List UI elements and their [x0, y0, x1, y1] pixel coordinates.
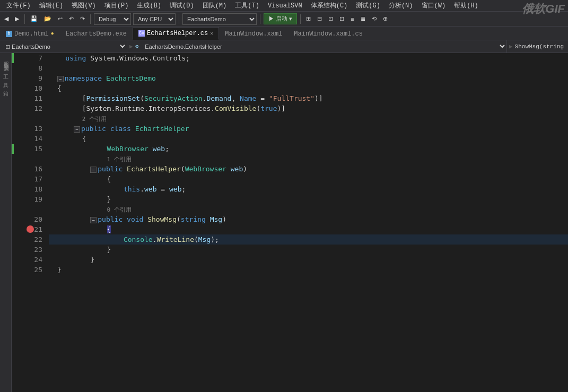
line-number [12, 154, 47, 164]
toolbar-extra-4[interactable]: ⊡ [337, 14, 346, 23]
line-number: 15 [12, 144, 47, 154]
start-button[interactable]: ▶ 启动 ▾ [264, 13, 297, 24]
debug-config-dropdown[interactable]: Debug [94, 13, 131, 25]
toolbar-sep-3 [179, 14, 179, 24]
main-content: 服 务 器 资 源 工 具 箱 789101112131415161718192… [0, 53, 568, 392]
line-number [12, 204, 47, 214]
menu-item-view[interactable]: 视图(V) [67, 0, 100, 11]
back-button[interactable]: ◀ [2, 14, 11, 23]
code-line: Console.WriteLine(Msg); [49, 234, 568, 245]
code-line: using System.Windows.Controls; [49, 53, 568, 63]
sidebar-icon-6[interactable]: 工 [3, 73, 8, 81]
tab-echarts-helper[interactable]: C# EchartsHelper.cs ✕ [133, 27, 219, 40]
menu-item-analyze[interactable]: 分析(N) [385, 0, 417, 11]
cpu-dropdown[interactable]: Any CPU [133, 13, 176, 25]
cs-icon: C# [138, 30, 145, 37]
code-line: −public void ShowMsg(string Msg) [49, 214, 568, 224]
watermark: 俄软GIF [522, 1, 565, 17]
location-sep: ▶ [127, 43, 135, 50]
tab-main-xaml[interactable]: MainWindow.xaml [219, 27, 288, 40]
tab-demo-html[interactable]: h Demo.html ● [0, 27, 60, 40]
toolbar: ◀ ▶ 💾 📂 ↩ ↶ ↷ Debug Any CPU EachartsDemo… [0, 12, 568, 27]
toolbar-extra-3[interactable]: ⊡ [326, 14, 335, 23]
sidebar-icon-8[interactable]: 箱 [3, 90, 8, 98]
code-line [49, 63, 568, 73]
menu-item-edit[interactable]: 编辑(E) [35, 0, 68, 11]
code-editor: 78910111213141516171819202122232425 usin… [12, 53, 568, 392]
tab-main-xaml-cs-label: MainWindow.xaml.cs [294, 30, 363, 38]
location-sep-2: ▶ [507, 43, 515, 50]
line-number: 9 [12, 73, 47, 83]
line-number: 20 [12, 214, 47, 224]
line-number: 16 [12, 164, 47, 174]
line-number: 19 [12, 194, 47, 204]
line-number: 12 [12, 103, 47, 114]
toolbar-extra-7[interactable]: ⟲ [370, 14, 379, 23]
toolbar-extra-5[interactable]: ≡ [348, 15, 356, 23]
menu-item-visualsvn[interactable]: VisualSVN [264, 1, 307, 11]
menu-item-team[interactable]: 团队(M) [198, 0, 231, 11]
code-line: −public class EchartsHelper [49, 124, 568, 134]
project-dropdown[interactable]: EachartsDemo [182, 13, 257, 25]
tab-close-button[interactable]: ✕ [210, 30, 213, 37]
toolbar-extra-8[interactable]: ⊕ [381, 14, 390, 23]
line-number: 25 [12, 265, 47, 275]
toolbar-sep-4 [260, 14, 260, 24]
toolbar-sep-5 [300, 14, 301, 24]
toolbar-extra-6[interactable]: ≣ [359, 14, 368, 23]
method-display: ShowMsg(string [515, 43, 568, 50]
line-number: 18 [12, 184, 47, 194]
menu-item-arch[interactable]: 体系结构(C) [307, 0, 352, 11]
code-line: 0 个引用 [49, 204, 568, 214]
save-button[interactable]: 💾 [28, 14, 40, 23]
toolbar-btn-3[interactable]: ↩ [56, 14, 65, 23]
menu-item-help[interactable]: 帮助(H) [450, 0, 483, 11]
code-line: { [49, 134, 568, 144]
redo-button[interactable]: ↷ [78, 14, 87, 23]
tab-echarts-exe-label: EachartsDemo.exe [66, 30, 127, 38]
line-number: 23 [12, 245, 47, 255]
menu-item-tools[interactable]: 工具(T) [231, 0, 264, 11]
code-line: WebBrowser web; [49, 144, 568, 154]
menu-item-window[interactable]: 窗口(W) [417, 0, 450, 11]
line-number: 7 [12, 53, 47, 63]
line-number: 14 [12, 134, 47, 144]
tab-main-xaml-cs[interactable]: MainWindow.xaml.cs [288, 27, 369, 40]
tab-echarts-helper-label: EchartsHelper.cs [147, 30, 208, 37]
code-line: −public EchartsHelper(WebBrowser web) [49, 164, 568, 174]
line-numbers-gutter: 78910111213141516171819202122232425 [12, 53, 47, 275]
forward-button[interactable]: ▶ [13, 14, 21, 23]
code-line: 1 个引用 [49, 154, 568, 164]
code-line: { [49, 83, 568, 93]
tab-demo-html-modified: ● [51, 31, 54, 37]
toolbar-extra-2[interactable]: ⊟ [315, 14, 324, 23]
code-line: this.web = web; [49, 184, 568, 194]
menu-item-test[interactable]: 测试(G) [352, 0, 385, 11]
location-bar: ⊡ EachartsDemo ▶ ⚙ EachartsDemo.EchartsH… [0, 40, 568, 53]
code-line: } [49, 255, 568, 265]
method-dropdown[interactable]: EachartsDemo.EchartsHelper [139, 40, 507, 53]
code-line: } [49, 245, 568, 255]
toolbar-sep-2 [90, 14, 91, 24]
menu-item-build[interactable]: 生成(B) [133, 0, 165, 11]
menu-item-project[interactable]: 项目(P) [100, 0, 133, 11]
menu-item-debug[interactable]: 调试(D) [165, 0, 198, 11]
menu-item-file[interactable]: 文件(F) [2, 0, 35, 11]
tab-echarts-exe[interactable]: EachartsDemo.exe [60, 27, 133, 40]
code-line: −namespace EachartsDemo [49, 73, 568, 83]
toolbar-extra-1[interactable]: ⊞ [304, 14, 313, 23]
class-dropdown[interactable]: ⊡ EachartsDemo [0, 40, 127, 53]
undo-button[interactable]: ↶ [67, 14, 76, 23]
line-number: 10 [12, 83, 47, 93]
code-line: } [49, 265, 568, 275]
sidebar-icon-7[interactable]: 具 [3, 82, 8, 89]
code-line: { [49, 174, 568, 184]
line-number: 11 [12, 93, 47, 103]
line-number: 8 [12, 63, 47, 73]
left-sidebar: 服 务 器 资 源 工 具 箱 [0, 53, 12, 392]
tab-demo-html-label: Demo.html [14, 30, 49, 38]
code-line: 2 个引用 [49, 114, 568, 124]
code-content[interactable]: using System.Windows.Controls; −namespac… [47, 53, 568, 392]
code-line: } [49, 194, 568, 204]
open-button[interactable]: 📂 [42, 14, 54, 23]
